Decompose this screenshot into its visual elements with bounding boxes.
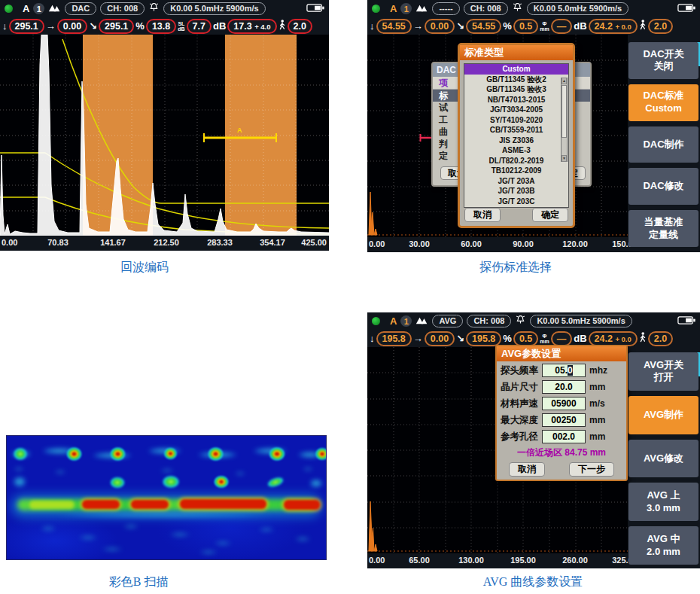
field-unit: m/s [589, 398, 605, 409]
bscan-blob [266, 445, 288, 463]
status-led [372, 317, 380, 325]
standard-option[interactable]: JG/T 203C [464, 196, 568, 207]
status-led [5, 5, 13, 13]
dialog-title: 标准类型 [460, 45, 573, 60]
dialog-title: AVG参数设置 [497, 346, 626, 361]
probe-angle-icon [415, 315, 428, 328]
bscan-band [284, 500, 320, 510]
axis-tick: 195.00 [510, 556, 536, 565]
cancel-button[interactable]: 取消 [464, 208, 501, 222]
path-value: 54.55 [466, 19, 501, 34]
sidebar-button-avg-middle[interactable]: AVG 中2.0 mm [628, 526, 698, 565]
bscan-blob [308, 478, 324, 489]
phi-mm-unit-label: Φmm [540, 334, 549, 344]
field-label: 探头频率 [501, 364, 538, 377]
sidebar-button-avg-switch[interactable]: AVG开关打开 [628, 352, 698, 391]
bscan-blob [11, 475, 28, 489]
bscan-blob [97, 546, 127, 553]
standard-option-selected[interactable]: Custom [464, 64, 568, 75]
standard-option[interactable]: JG/T3034-2005 [464, 105, 568, 115]
gate-number-badge: 1 [33, 3, 44, 14]
channel-badge: CH: 008 [467, 315, 511, 327]
bscan-blob [291, 535, 314, 543]
scroll-up-icon[interactable]: ▲ [562, 78, 567, 84]
standard-option[interactable]: GB/T11345 验收3 [464, 84, 568, 95]
percent-icon: % [503, 21, 512, 31]
function-key-sidebar: AVG开关打开 AVG制作 AVG修改 AVG 上3.0 mm AVG 中2.0… [628, 352, 698, 565]
standard-option[interactable]: JG/T 203A [464, 176, 568, 187]
depth-value: 195.8 [376, 331, 412, 346]
screenshot-avg-parameters: A 1 AVG CH: 008 K0.00 5.0mHz 5900m/s ↓ 1… [367, 312, 700, 568]
axis-tick: 30.00 [409, 239, 430, 248]
horizontal-value: 0.00 [425, 331, 455, 346]
caption-standard-selection: 探伤标准选择 [479, 260, 552, 276]
sidebar-button-reference-line[interactable]: 当量基准定量线 [628, 210, 698, 247]
curve-mode-badge: DAC [65, 2, 96, 15]
gain-value: 24.2 + 0.0 [589, 19, 638, 34]
walk-speed-value: 2.0 [288, 19, 312, 34]
bscan-band [22, 511, 308, 519]
diameter-value: — [551, 331, 573, 346]
standard-option[interactable]: GB/T11345 验收2 [464, 75, 568, 85]
sl-db-unit-label: SLdB [178, 21, 184, 32]
sidebar-button-dac-make[interactable]: DAC制作 [628, 126, 698, 163]
ok-button[interactable]: 确定 [532, 208, 568, 222]
standard-option[interactable]: NB/T47013-2015 [464, 95, 568, 105]
bscan-blob [160, 474, 182, 490]
bscan-blob [205, 445, 226, 463]
depth-arrow-icon: ↓ [370, 334, 375, 343]
bscan-band [29, 501, 75, 509]
field-unit: mhz [589, 365, 607, 376]
standard-option[interactable]: SY/T4109-2020 [464, 115, 568, 126]
depth-axis: 0.00 65.00 130.00 195.00 260.00 325.00 [367, 553, 628, 568]
path-arrow-icon: ↘ [89, 21, 97, 31]
probe-frequency-input[interactable]: 05.0 [542, 364, 586, 377]
bscan-blob [313, 446, 327, 462]
measurement-bar: ↓ 54.55 → 0.00 ↘ 54.55 % 0.5 Φmm — dB 24… [367, 17, 700, 35]
sidebar-button-dac-modify[interactable]: DAC修改 [628, 168, 698, 205]
bscan-blob [165, 531, 195, 538]
db-unit-label: dB [574, 334, 586, 343]
channel-badge: CH: 008 [100, 2, 145, 15]
crystal-size-input[interactable]: 20.0 [542, 380, 586, 394]
ascan-waveform-svg: A [0, 35, 329, 236]
path-arrow-icon: ↘ [456, 334, 464, 343]
cancel-button[interactable]: 取消 [509, 462, 545, 477]
bscan-blob [64, 445, 84, 463]
sidebar-button-dac-switch[interactable]: DAC开关关闭 [628, 42, 698, 79]
bscan-blob [162, 446, 179, 461]
path-value: 295.1 [99, 19, 134, 34]
standard-option[interactable]: JIS Z3036 [464, 136, 568, 146]
axis-tick: 70.83 [47, 238, 68, 247]
axis-tick: 141.67 [100, 238, 126, 247]
axis-tick: 283.33 [207, 238, 233, 247]
sidebar-button-dac-standard[interactable]: DAC标准Custom [628, 84, 698, 121]
scroll-down-icon[interactable]: ▼ [562, 155, 567, 162]
field-label: 材料声速 [501, 398, 538, 410]
avg-parameters-dialog: AVG参数设置 探头频率 05.0 mhz 晶片尺寸 20.0 mm 材料声速 … [495, 345, 628, 481]
standard-option[interactable]: CB/T3559-2011 [464, 125, 568, 136]
material-velocity-input[interactable]: 05900 [542, 397, 586, 410]
scrollbar-thumb[interactable] [562, 85, 567, 138]
depth-value: 54.55 [376, 19, 412, 34]
scrollbar[interactable]: ▲ ▼ [561, 78, 568, 162]
sidebar-button-avg-upper[interactable]: AVG 上3.0 mm [628, 483, 698, 521]
standard-option[interactable]: TB10212-2009 [464, 166, 568, 176]
standard-option[interactable]: JG/T 203B [464, 186, 568, 196]
next-step-button[interactable]: 下一步 [569, 462, 614, 477]
sl-value: 7.7 [187, 19, 212, 34]
standard-option[interactable]: DL/T820.2-2019 [464, 156, 568, 166]
axis-tick: 60.00 [461, 239, 482, 248]
max-depth-input[interactable]: 00250 [542, 413, 586, 427]
measurement-bar: ↓ 295.1 → 0.00 ↘ 295.1 % 13.8 SLdB 7.7 d… [0, 17, 329, 35]
ascan-plot: A [0, 35, 329, 236]
depth-axis: 0.00 30.00 60.00 90.00 120.00 150.00 [367, 237, 628, 252]
transducer-icon [512, 2, 523, 16]
sidebar-button-avg-make[interactable]: AVG制作 [628, 396, 698, 434]
gain-value: 24.2 + 0.0 [589, 331, 638, 346]
walker-icon [639, 332, 647, 346]
sidebar-button-avg-modify[interactable]: AVG修改 [628, 440, 698, 478]
bscan-blob [255, 526, 278, 533]
standard-option[interactable]: ASME-3 [464, 145, 568, 156]
reference-hole-input[interactable]: 002.0 [542, 430, 586, 443]
